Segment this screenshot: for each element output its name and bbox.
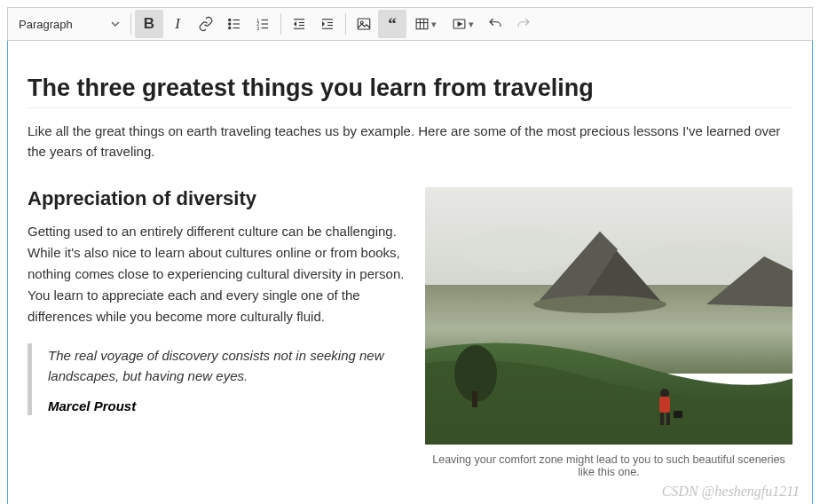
indent-button[interactable] <box>313 10 342 38</box>
blockquote[interactable]: The real voyage of discovery consists no… <box>28 343 409 416</box>
numbered-list-icon: 123 <box>255 16 271 32</box>
link-icon <box>198 16 214 32</box>
svg-point-34 <box>660 389 669 398</box>
content-image[interactable] <box>425 187 792 445</box>
chevron-down-icon: ▾ <box>431 19 437 30</box>
italic-button[interactable]: I <box>163 10 192 38</box>
body-paragraph[interactable]: Getting used to an entirely different cu… <box>28 221 409 327</box>
text-column: Appreciation of diversity Getting used t… <box>28 187 409 478</box>
svg-point-31 <box>533 295 666 313</box>
quote-icon: “ <box>388 14 397 34</box>
bulleted-list-icon <box>226 16 242 32</box>
outdent-button[interactable] <box>285 10 313 38</box>
undo-button[interactable] <box>481 10 509 38</box>
undo-icon <box>487 16 503 32</box>
svg-point-4 <box>229 27 231 28</box>
table-button[interactable]: ▾ <box>406 10 444 38</box>
quote-text: The real voyage of discovery consists no… <box>48 345 409 387</box>
media-icon <box>452 16 467 32</box>
subheading[interactable]: Appreciation of diversity <box>28 187 409 210</box>
table-icon <box>414 16 430 32</box>
chevron-down-icon <box>111 18 120 31</box>
svg-rect-33 <box>472 391 477 407</box>
redo-button[interactable] <box>509 10 538 38</box>
editor-toolbar: Paragraph B I 123 “ ▾ ▾ <box>7 7 813 41</box>
svg-rect-20 <box>358 19 370 29</box>
chevron-down-icon: ▾ <box>469 19 474 30</box>
image-button[interactable] <box>350 10 378 38</box>
svg-rect-22 <box>416 19 428 28</box>
bold-button[interactable]: B <box>135 10 163 38</box>
bold-icon: B <box>144 15 154 33</box>
numbered-list-button[interactable]: 123 <box>248 10 277 38</box>
image-caption: Leaving your comfort zone might lead to … <box>425 453 792 478</box>
page-title[interactable]: The three greatest things you learn from… <box>28 75 792 108</box>
bulleted-list-button[interactable] <box>220 10 248 38</box>
watermark: CSDN @heshengfu1211 <box>662 484 800 500</box>
svg-rect-37 <box>666 413 670 425</box>
redo-icon <box>516 16 532 32</box>
separator <box>345 13 346 35</box>
image-column: Leaving your comfort zone might lead to … <box>425 187 792 478</box>
svg-point-29 <box>458 227 582 272</box>
quote-author: Marcel Proust <box>48 398 409 413</box>
svg-point-2 <box>229 23 231 25</box>
italic-icon: I <box>175 15 180 33</box>
separator <box>280 13 281 35</box>
svg-text:3: 3 <box>256 26 259 31</box>
separator <box>130 13 131 35</box>
blockquote-button[interactable]: “ <box>378 10 406 38</box>
svg-point-0 <box>229 19 231 20</box>
media-button[interactable]: ▾ <box>444 10 481 38</box>
svg-rect-35 <box>659 397 670 413</box>
intro-paragraph[interactable]: Like all the great things on earth trave… <box>28 121 792 162</box>
image-icon <box>356 16 372 32</box>
heading-dropdown[interactable]: Paragraph <box>12 11 127 37</box>
outdent-icon <box>291 16 307 32</box>
heading-dropdown-label: Paragraph <box>19 18 73 31</box>
svg-rect-38 <box>674 411 682 418</box>
editor-content-area[interactable]: The three greatest things you learn from… <box>7 41 813 504</box>
indent-icon <box>319 16 335 32</box>
content-row: Appreciation of diversity Getting used t… <box>28 187 792 478</box>
link-button[interactable] <box>192 10 220 38</box>
svg-rect-36 <box>660 413 664 425</box>
